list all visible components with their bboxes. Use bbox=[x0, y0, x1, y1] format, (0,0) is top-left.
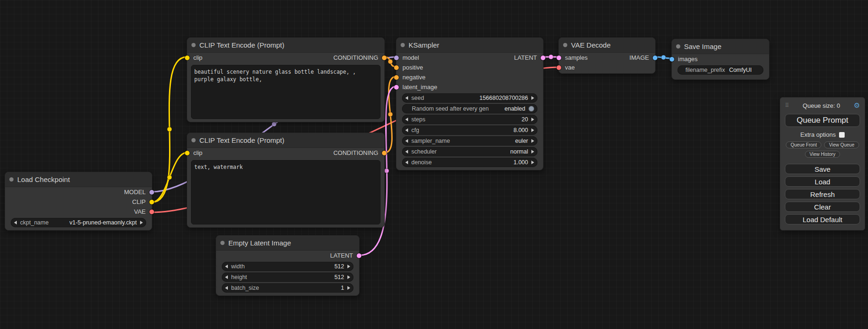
model-input-dot[interactable] bbox=[394, 56, 399, 60]
node-titlebar[interactable]: VAE Decode bbox=[559, 38, 655, 53]
collapse-dot-icon[interactable] bbox=[9, 177, 14, 182]
drag-handle-icon[interactable]: ⠿ bbox=[785, 102, 789, 109]
prev-arrow-icon[interactable] bbox=[225, 275, 228, 279]
clip-input-dot[interactable] bbox=[185, 151, 190, 155]
next-arrow-icon[interactable] bbox=[140, 221, 143, 224]
prev-arrow-icon[interactable] bbox=[14, 221, 17, 224]
load-default-button[interactable]: Load Default bbox=[785, 214, 860, 224]
images-input-dot[interactable] bbox=[670, 57, 674, 62]
node-titlebar[interactable]: Empty Latent Image bbox=[216, 236, 359, 251]
node-load-checkpoint[interactable]: Load Checkpoint MODEL CLIP VAE ckpt_name… bbox=[5, 172, 152, 231]
widget-width[interactable]: width 512 bbox=[222, 262, 353, 271]
latent-output-dot[interactable] bbox=[357, 253, 361, 258]
widget-scheduler[interactable]: scheduler normal bbox=[402, 147, 537, 156]
vae-input-dot[interactable] bbox=[557, 65, 561, 70]
output-label-model: MODEL bbox=[124, 189, 146, 196]
next-arrow-icon[interactable] bbox=[531, 139, 534, 143]
view-history-button[interactable]: View History bbox=[805, 151, 840, 158]
prev-arrow-icon[interactable] bbox=[405, 128, 408, 132]
node-title: VAE Decode bbox=[571, 41, 611, 49]
positive-prompt-textarea[interactable]: beautiful scenery nature glass bottle la… bbox=[191, 65, 381, 119]
image-output-dot[interactable] bbox=[653, 56, 657, 60]
prev-arrow-icon[interactable] bbox=[405, 118, 408, 121]
queue-size-label: Queue size: 0 bbox=[789, 102, 854, 109]
node-save-image[interactable]: Save Image images filename_prefix ComfyU… bbox=[671, 39, 769, 80]
widget-steps[interactable]: steps 20 bbox=[402, 115, 537, 124]
node-titlebar[interactable]: KSampler bbox=[396, 38, 543, 53]
node-empty-latent-image[interactable]: Empty Latent Image LATENT width 512 heig… bbox=[216, 235, 360, 296]
widget-random-seed-toggle[interactable]: Random seed after every gen enabled bbox=[402, 104, 537, 113]
input-label-clip: clip bbox=[193, 54, 203, 61]
next-arrow-icon[interactable] bbox=[531, 128, 534, 132]
latent-output-dot[interactable] bbox=[541, 56, 545, 60]
conditioning-output-dot[interactable] bbox=[382, 151, 387, 155]
wire-midpoint-dot bbox=[384, 168, 389, 173]
next-arrow-icon[interactable] bbox=[531, 161, 534, 164]
positive-input-dot[interactable] bbox=[394, 65, 399, 70]
next-arrow-icon[interactable] bbox=[531, 96, 534, 100]
prev-arrow-icon[interactable] bbox=[225, 286, 228, 290]
node-clip-text-encode-negative[interactable]: CLIP Text Encode (Prompt) clip CONDITION… bbox=[187, 133, 385, 228]
negative-prompt-textarea[interactable]: text, watermark bbox=[191, 160, 381, 224]
widget-filename-prefix[interactable]: filename_prefix ComfyUI bbox=[677, 65, 763, 75]
settings-gear-icon[interactable]: ⚙ bbox=[854, 101, 860, 110]
widget-seed[interactable]: seed 156680208700286 bbox=[402, 93, 537, 103]
view-queue-button[interactable]: View Queue bbox=[824, 141, 859, 148]
node-titlebar[interactable]: Load Checkpoint bbox=[5, 172, 152, 187]
save-button[interactable]: Save bbox=[785, 164, 860, 174]
collapse-dot-icon[interactable] bbox=[563, 43, 567, 47]
next-arrow-icon[interactable] bbox=[347, 275, 350, 279]
node-clip-text-encode-positive[interactable]: CLIP Text Encode (Prompt) clip CONDITION… bbox=[187, 37, 385, 122]
samples-input-dot[interactable] bbox=[557, 56, 561, 60]
collapse-dot-icon[interactable] bbox=[676, 44, 680, 49]
collapse-dot-icon[interactable] bbox=[220, 241, 225, 245]
clip-output-dot[interactable] bbox=[149, 200, 154, 204]
conditioning-output-dot[interactable] bbox=[382, 56, 387, 60]
load-button[interactable]: Load bbox=[785, 176, 860, 187]
prev-arrow-icon[interactable] bbox=[405, 150, 408, 154]
clip-input-dot[interactable] bbox=[185, 56, 190, 60]
node-titlebar[interactable]: CLIP Text Encode (Prompt) bbox=[187, 133, 384, 148]
queue-panel: ⠿ Queue size: 0 ⚙ Queue Prompt Extra opt… bbox=[780, 97, 865, 231]
wire-midpoint-dot bbox=[388, 112, 393, 117]
queue-panel-header: ⠿ Queue size: 0 ⚙ bbox=[785, 101, 860, 110]
node-titlebar[interactable]: Save Image bbox=[672, 39, 769, 54]
collapse-dot-icon[interactable] bbox=[191, 43, 196, 47]
node-vae-decode[interactable]: VAE Decode samples IMAGE vae bbox=[558, 37, 656, 74]
prev-arrow-icon[interactable] bbox=[405, 161, 408, 164]
model-output-dot[interactable] bbox=[149, 190, 154, 195]
clear-button[interactable]: Clear bbox=[785, 202, 860, 212]
queue-prompt-button[interactable]: Queue Prompt bbox=[785, 114, 860, 127]
output-label-latent: LATENT bbox=[514, 54, 537, 61]
extra-options-checkbox[interactable] bbox=[839, 132, 845, 138]
node-title: CLIP Text Encode (Prompt) bbox=[199, 41, 284, 49]
prev-arrow-icon[interactable] bbox=[405, 96, 408, 100]
widget-batch-size[interactable]: batch_size 1 bbox=[222, 283, 353, 293]
collapse-dot-icon[interactable] bbox=[191, 138, 196, 142]
node-ksampler[interactable]: KSampler model LATENT positive negative … bbox=[396, 37, 543, 170]
widget-ckpt-name[interactable]: ckpt_name v1-5-pruned-emaonly.ckpt bbox=[11, 218, 146, 227]
node-titlebar[interactable]: CLIP Text Encode (Prompt) bbox=[187, 38, 384, 53]
prev-arrow-icon[interactable] bbox=[225, 265, 228, 268]
prev-arrow-icon[interactable] bbox=[405, 139, 408, 143]
latent-image-input-dot[interactable] bbox=[394, 85, 399, 90]
output-label-latent: LATENT bbox=[330, 252, 353, 259]
widget-sampler-name[interactable]: sampler_name euler bbox=[402, 136, 537, 146]
next-arrow-icon[interactable] bbox=[347, 286, 350, 290]
queue-front-button[interactable]: Queue Front bbox=[786, 141, 821, 148]
comfyui-canvas[interactable]: Load Checkpoint MODEL CLIP VAE ckpt_name… bbox=[0, 0, 868, 329]
next-arrow-icon[interactable] bbox=[531, 118, 534, 121]
collapse-dot-icon[interactable] bbox=[401, 43, 405, 47]
widget-value: v1-5-pruned-emaonly.ckpt bbox=[70, 219, 137, 226]
output-label-conditioning: CONDITIONING bbox=[333, 149, 378, 156]
next-arrow-icon[interactable] bbox=[531, 150, 534, 154]
widget-name: ckpt_name bbox=[20, 219, 49, 226]
refresh-button[interactable]: Refresh bbox=[785, 189, 860, 199]
next-arrow-icon[interactable] bbox=[347, 265, 350, 268]
vae-output-dot[interactable] bbox=[149, 210, 154, 214]
widget-height[interactable]: height 512 bbox=[222, 273, 353, 282]
toggle-dot-icon[interactable] bbox=[529, 106, 534, 112]
widget-cfg[interactable]: cfg 8.000 bbox=[402, 126, 537, 135]
widget-denoise[interactable]: denoise 1.000 bbox=[402, 158, 537, 167]
negative-input-dot[interactable] bbox=[394, 75, 399, 80]
